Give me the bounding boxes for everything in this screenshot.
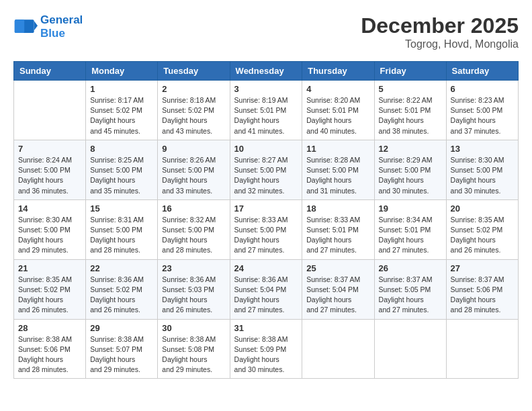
logo-text: General Blue	[40, 13, 83, 40]
day-info: Sunrise: 8:18 AM Sunset: 5:02 PM Dayligh…	[162, 95, 225, 136]
calendar-cell: 30 Sunrise: 8:38 AM Sunset: 5:08 PM Dayl…	[158, 319, 230, 379]
calendar-cell: 26 Sunrise: 8:37 AM Sunset: 5:05 PM Dayl…	[374, 259, 446, 319]
calendar-cell: 21 Sunrise: 8:35 AM Sunset: 5:02 PM Dayl…	[14, 259, 86, 319]
day-info: Sunrise: 8:33 AM Sunset: 5:01 PM Dayligh…	[306, 215, 369, 256]
calendar-cell: 9 Sunrise: 8:26 AM Sunset: 5:00 PM Dayli…	[158, 140, 230, 199]
day-info: Sunrise: 8:30 AM Sunset: 5:00 PM Dayligh…	[451, 155, 514, 196]
day-info: Sunrise: 8:20 AM Sunset: 5:01 PM Dayligh…	[306, 95, 369, 136]
calendar-cell: 17 Sunrise: 8:33 AM Sunset: 5:00 PM Dayl…	[230, 199, 302, 259]
day-info: Sunrise: 8:38 AM Sunset: 5:07 PM Dayligh…	[90, 334, 153, 375]
day-info: Sunrise: 8:24 AM Sunset: 5:00 PM Dayligh…	[18, 155, 81, 196]
day-number: 7	[18, 144, 81, 154]
day-number: 28	[18, 323, 81, 333]
weekday-header-sunday: Sunday	[14, 62, 86, 81]
svg-rect-2	[15, 19, 24, 33]
calendar-cell: 8 Sunrise: 8:25 AM Sunset: 5:00 PM Dayli…	[86, 140, 158, 199]
day-info: Sunrise: 8:33 AM Sunset: 5:00 PM Dayligh…	[234, 215, 298, 256]
calendar-cell: 14 Sunrise: 8:30 AM Sunset: 5:00 PM Dayl…	[14, 199, 86, 259]
day-number: 23	[162, 263, 225, 273]
day-number: 1	[90, 84, 153, 94]
svg-marker-1	[34, 21, 38, 30]
calendar-cell: 10 Sunrise: 8:27 AM Sunset: 5:00 PM Dayl…	[230, 140, 302, 199]
day-info: Sunrise: 8:27 AM Sunset: 5:00 PM Dayligh…	[234, 155, 298, 196]
day-number: 30	[162, 323, 225, 333]
calendar-cell: 22 Sunrise: 8:36 AM Sunset: 5:02 PM Dayl…	[86, 259, 158, 319]
calendar-cell: 2 Sunrise: 8:18 AM Sunset: 5:02 PM Dayli…	[158, 81, 230, 140]
day-number: 5	[379, 84, 442, 94]
day-number: 27	[451, 263, 514, 273]
day-number: 19	[379, 203, 442, 214]
day-info: Sunrise: 8:38 AM Sunset: 5:08 PM Dayligh…	[162, 334, 225, 375]
calendar-table: SundayMondayTuesdayWednesdayThursdayFrid…	[13, 61, 519, 379]
calendar-cell	[302, 319, 374, 379]
calendar-cell	[14, 81, 86, 140]
weekday-header-thursday: Thursday	[302, 62, 374, 81]
day-number: 8	[90, 144, 153, 154]
day-info: Sunrise: 8:37 AM Sunset: 5:06 PM Dayligh…	[451, 275, 514, 316]
calendar-cell	[374, 319, 446, 379]
day-info: Sunrise: 8:22 AM Sunset: 5:01 PM Dayligh…	[379, 95, 442, 136]
calendar-cell: 3 Sunrise: 8:19 AM Sunset: 5:01 PM Dayli…	[230, 81, 302, 140]
calendar-cell: 7 Sunrise: 8:24 AM Sunset: 5:00 PM Dayli…	[14, 140, 86, 199]
calendar-cell: 20 Sunrise: 8:35 AM Sunset: 5:02 PM Dayl…	[446, 199, 518, 259]
day-number: 14	[18, 203, 81, 214]
month-title: December 2025	[361, 13, 519, 38]
day-number: 6	[451, 84, 514, 94]
day-number: 25	[306, 263, 369, 273]
day-number: 17	[234, 203, 298, 214]
calendar-cell: 29 Sunrise: 8:38 AM Sunset: 5:07 PM Dayl…	[86, 319, 158, 379]
day-number: 10	[234, 144, 298, 154]
calendar-cell: 19 Sunrise: 8:34 AM Sunset: 5:01 PM Dayl…	[374, 199, 446, 259]
day-info: Sunrise: 8:35 AM Sunset: 5:02 PM Dayligh…	[451, 215, 514, 256]
day-info: Sunrise: 8:38 AM Sunset: 5:06 PM Dayligh…	[18, 334, 81, 375]
calendar-cell: 24 Sunrise: 8:36 AM Sunset: 5:04 PM Dayl…	[230, 259, 302, 319]
location-title: Togrog, Hovd, Mongolia	[361, 38, 519, 50]
day-number: 29	[90, 323, 153, 333]
day-info: Sunrise: 8:36 AM Sunset: 5:03 PM Dayligh…	[162, 275, 225, 316]
calendar-cell: 13 Sunrise: 8:30 AM Sunset: 5:00 PM Dayl…	[446, 140, 518, 199]
day-number: 26	[379, 263, 442, 273]
calendar-cell: 16 Sunrise: 8:32 AM Sunset: 5:00 PM Dayl…	[158, 199, 230, 259]
calendar-cell: 28 Sunrise: 8:38 AM Sunset: 5:06 PM Dayl…	[14, 319, 86, 379]
logo: General Blue	[13, 13, 83, 40]
calendar-cell: 6 Sunrise: 8:23 AM Sunset: 5:00 PM Dayli…	[446, 81, 518, 140]
week-row-4: 21 Sunrise: 8:35 AM Sunset: 5:02 PM Dayl…	[14, 259, 519, 319]
weekday-header-saturday: Saturday	[446, 62, 518, 81]
calendar-cell: 23 Sunrise: 8:36 AM Sunset: 5:03 PM Dayl…	[158, 259, 230, 319]
calendar-cell: 12 Sunrise: 8:29 AM Sunset: 5:00 PM Dayl…	[374, 140, 446, 199]
day-number: 21	[18, 263, 81, 273]
week-row-2: 7 Sunrise: 8:24 AM Sunset: 5:00 PM Dayli…	[14, 140, 519, 199]
day-number: 16	[162, 203, 225, 214]
day-number: 9	[162, 144, 225, 154]
day-number: 15	[90, 203, 153, 214]
day-info: Sunrise: 8:31 AM Sunset: 5:00 PM Dayligh…	[90, 215, 153, 256]
day-number: 11	[306, 144, 369, 154]
calendar-cell: 15 Sunrise: 8:31 AM Sunset: 5:00 PM Dayl…	[86, 199, 158, 259]
calendar-cell: 18 Sunrise: 8:33 AM Sunset: 5:01 PM Dayl…	[302, 199, 374, 259]
day-number: 20	[451, 203, 514, 214]
day-number: 2	[162, 84, 225, 94]
calendar-cell	[446, 319, 518, 379]
calendar-cell: 31 Sunrise: 8:38 AM Sunset: 5:09 PM Dayl…	[230, 319, 302, 379]
title-block: December 2025 Togrog, Hovd, Mongolia	[361, 13, 519, 50]
day-info: Sunrise: 8:38 AM Sunset: 5:09 PM Dayligh…	[234, 334, 298, 375]
week-row-1: 1 Sunrise: 8:17 AM Sunset: 5:02 PM Dayli…	[14, 81, 519, 140]
day-number: 24	[234, 263, 298, 273]
weekday-header-monday: Monday	[86, 62, 158, 81]
day-number: 31	[234, 323, 298, 333]
calendar-cell: 25 Sunrise: 8:37 AM Sunset: 5:04 PM Dayl…	[302, 259, 374, 319]
weekday-header-row: SundayMondayTuesdayWednesdayThursdayFrid…	[14, 62, 519, 81]
day-info: Sunrise: 8:28 AM Sunset: 5:00 PM Dayligh…	[306, 155, 369, 196]
day-info: Sunrise: 8:37 AM Sunset: 5:05 PM Dayligh…	[379, 275, 442, 316]
calendar-cell: 5 Sunrise: 8:22 AM Sunset: 5:01 PM Dayli…	[374, 81, 446, 140]
day-number: 18	[306, 203, 369, 214]
day-number: 3	[234, 84, 298, 94]
day-info: Sunrise: 8:30 AM Sunset: 5:00 PM Dayligh…	[18, 215, 81, 256]
day-number: 12	[379, 144, 442, 154]
day-info: Sunrise: 8:19 AM Sunset: 5:01 PM Dayligh…	[234, 95, 298, 136]
day-info: Sunrise: 8:36 AM Sunset: 5:04 PM Dayligh…	[234, 275, 298, 316]
weekday-header-tuesday: Tuesday	[158, 62, 230, 81]
week-row-3: 14 Sunrise: 8:30 AM Sunset: 5:00 PM Dayl…	[14, 199, 519, 259]
day-number: 22	[90, 263, 153, 273]
week-row-5: 28 Sunrise: 8:38 AM Sunset: 5:06 PM Dayl…	[14, 319, 519, 379]
